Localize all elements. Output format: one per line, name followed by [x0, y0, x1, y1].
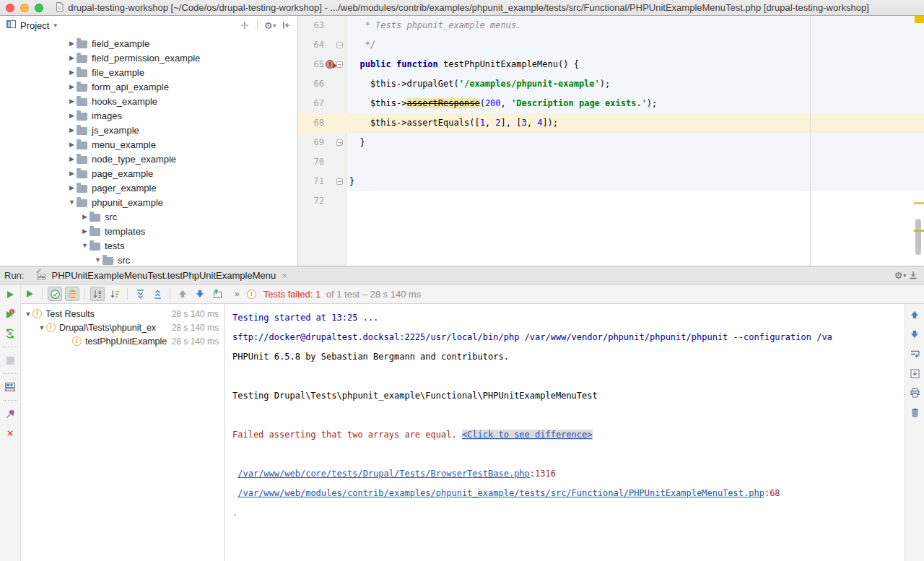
project-tree-item[interactable]: ▼phpunit_example [0, 195, 297, 209]
print-icon[interactable] [908, 386, 921, 399]
editor-line[interactable]: 72 [298, 191, 924, 211]
close-panel-button[interactable]: × [4, 427, 17, 440]
chevron-collapsed-icon[interactable]: ▶ [67, 184, 77, 191]
chevron-expanded-icon[interactable]: ▼ [24, 310, 32, 318]
zoom-window-button[interactable] [35, 4, 43, 12]
test-tree-item[interactable]: ▼!Test Results28 s 140 ms [21, 307, 225, 321]
chevron-expanded-icon[interactable]: ▼ [80, 242, 90, 249]
chevron-collapsed-icon[interactable]: ▶ [67, 170, 77, 177]
editor-line[interactable]: 68 $this->assertEquals([1, 2], [3, 4]); [298, 113, 924, 133]
collapse-all-button[interactable] [150, 287, 165, 301]
scroll-to-end-button[interactable] [908, 367, 921, 380]
overflow-icon[interactable]: » [235, 289, 240, 299]
hide-panel-icon[interactable] [280, 19, 293, 32]
fold-marker-icon[interactable] [336, 61, 343, 68]
fold-marker-icon[interactable] [336, 178, 343, 185]
sort-by-duration-button[interactable] [108, 287, 122, 301]
code-text[interactable]: * Tests phpunit_example menus. [346, 16, 924, 35]
chevron-collapsed-icon[interactable]: ▶ [80, 213, 90, 220]
chevron-collapsed-icon[interactable]: ▶ [67, 155, 77, 162]
sort-alphabetically-toggle[interactable]: az [90, 287, 105, 301]
chevron-expanded-icon[interactable]: ▼ [67, 199, 77, 206]
chevron-collapsed-icon[interactable]: ▶ [67, 141, 77, 148]
warning-stripe-mark[interactable] [914, 230, 924, 232]
project-tree-item[interactable]: ▶form_api_example [0, 79, 297, 94]
code-text[interactable] [346, 152, 924, 172]
soft-wrap-button[interactable] [908, 347, 921, 360]
minimize-window-button[interactable] [20, 4, 29, 12]
gear-icon[interactable]: ⚙▾ [263, 19, 276, 32]
chevron-collapsed-icon[interactable]: ▶ [67, 40, 77, 47]
restore-layout-button[interactable] [4, 380, 17, 393]
editor-line[interactable]: 70 [298, 152, 924, 172]
project-tree-item[interactable]: ▶images [0, 108, 297, 123]
chevron-collapsed-icon[interactable]: ▶ [67, 69, 77, 76]
project-tree-item[interactable]: ▼tests [0, 238, 297, 253]
clear-console-icon[interactable] [908, 406, 921, 419]
project-tree-item[interactable]: ▶src [0, 209, 297, 224]
down-stack-trace-button[interactable] [908, 328, 921, 341]
chevron-collapsed-icon[interactable]: ▶ [67, 112, 77, 119]
code-text[interactable] [346, 191, 924, 211]
stop-button[interactable] [4, 354, 17, 367]
project-tree-item[interactable]: ▶menu_example [0, 137, 297, 152]
editor-line[interactable]: 63 * Tests phpunit_example menus. [298, 16, 924, 35]
code-text[interactable]: } [346, 133, 924, 152]
rerun-button[interactable] [4, 288, 17, 301]
fold-marker-icon[interactable] [336, 139, 343, 146]
project-tree-item[interactable]: ▶js_example [0, 123, 297, 137]
next-failed-test-button[interactable] [193, 287, 207, 301]
see-difference-link[interactable]: <Click to see difference> [462, 430, 593, 440]
chevron-expanded-icon[interactable]: ▼ [93, 256, 103, 264]
rerun-failed-tests-button[interactable]: ! [4, 308, 17, 321]
locate-file-icon[interactable] [238, 19, 251, 32]
chevron-collapsed-icon[interactable]: ▶ [67, 83, 77, 90]
previous-failed-test-button[interactable] [175, 287, 190, 301]
editor-scrollbar-thumb[interactable] [915, 219, 921, 255]
chevron-collapsed-icon[interactable]: ▶ [67, 54, 77, 61]
show-ignored-toggle[interactable] [65, 287, 79, 301]
code-editor[interactable]: 63 * Tests phpunit_example menus.64 */65… [298, 16, 924, 266]
import-test-results-button[interactable] [210, 287, 225, 301]
project-tree-item[interactable]: ▶field_example [0, 36, 297, 51]
editor-line[interactable]: 67 $this->assertResponse(200, 'Descripti… [298, 94, 924, 113]
code-text[interactable]: */ [346, 35, 924, 55]
failed-test-gutter-icon[interactable]: ! [326, 60, 334, 69]
show-passed-toggle[interactable] [48, 287, 62, 301]
code-text[interactable]: } [346, 172, 924, 191]
editor-line[interactable]: 65! public function testPhpUnitExampleMe… [298, 55, 924, 74]
pin-tab-button[interactable] [4, 407, 17, 420]
project-tree-item[interactable]: ▶templates [0, 224, 297, 238]
test-console-output[interactable]: Testing started at 13:25 ...sftp://docke… [225, 304, 905, 561]
editor-line[interactable]: 64 */ [298, 35, 924, 55]
inspection-status-square[interactable] [915, 16, 924, 23]
project-tree-item[interactable]: ▶pager_example [0, 181, 297, 195]
project-tree-item[interactable]: ▶file_example [0, 65, 297, 79]
toggle-auto-test-button[interactable] [4, 327, 17, 340]
rerun-tests-button[interactable] [22, 287, 37, 301]
run-configuration-tab[interactable]: ✓ php PHPUnitExampleMenuTest.testPhpUnit… [31, 266, 291, 284]
editor-line[interactable]: 71} [298, 172, 924, 191]
expand-all-button[interactable] [133, 287, 147, 301]
test-tree-item[interactable]: !testPhpUnitExampleM28 s 140 ms [21, 334, 225, 348]
close-tab-icon[interactable]: × [282, 270, 287, 281]
file-link[interactable]: /var/www/web/core/tests/Drupal/Tests/Bro… [237, 469, 530, 479]
code-text[interactable]: public function testPhpUnitExampleMenu()… [346, 55, 924, 74]
up-stack-trace-button[interactable] [908, 308, 921, 321]
project-tree-item[interactable]: ▶hooks_example [0, 94, 297, 108]
hide-panel-icon[interactable] [907, 269, 920, 282]
project-tree-item[interactable]: ▼src [0, 253, 297, 266]
gear-icon[interactable]: ⚙▾ [894, 269, 907, 282]
test-tree-item[interactable]: ▼!Drupal\Tests\phpunit_ex28 s 140 ms [21, 321, 225, 334]
code-text[interactable]: $this->assertEquals([1, 2], [3, 4]); [346, 113, 924, 133]
close-window-button[interactable] [6, 4, 14, 12]
chevron-collapsed-icon[interactable]: ▶ [67, 97, 77, 105]
project-header-label[interactable]: Project [20, 20, 49, 31]
code-text[interactable]: $this->drupalGet('/examples/phpunit-exam… [346, 74, 924, 94]
warning-stripe-mark[interactable] [914, 202, 924, 204]
chevron-collapsed-icon[interactable]: ▶ [80, 227, 90, 235]
chevron-collapsed-icon[interactable]: ▶ [67, 126, 77, 134]
project-tree-item[interactable]: ▶field_permission_example [0, 51, 297, 65]
editor-line[interactable]: 69 } [298, 133, 924, 152]
chevron-expanded-icon[interactable]: ▼ [38, 324, 46, 331]
